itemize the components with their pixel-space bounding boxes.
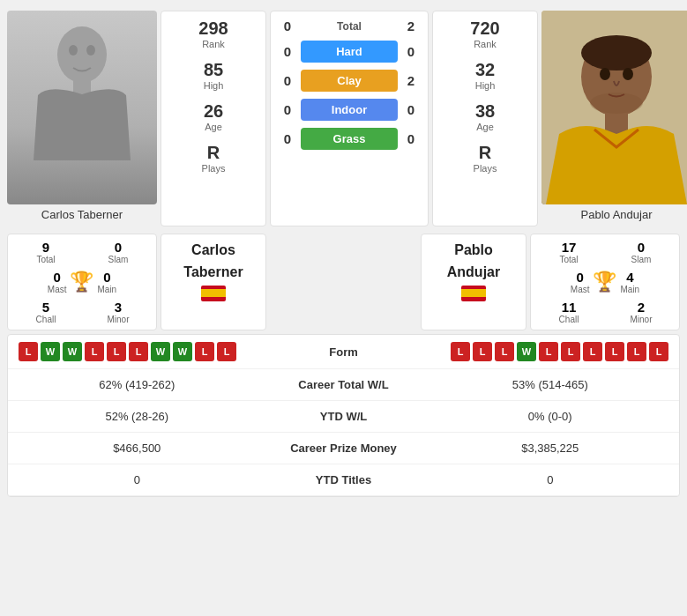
svg-rect-9 <box>605 112 628 134</box>
left-flag <box>201 286 226 301</box>
left-main-val: 0 <box>103 270 110 285</box>
left-player-block: Carlos Taberner <box>7 11 157 226</box>
total-label: Total <box>337 20 362 33</box>
right-chall-cell: 11 Chall <box>534 300 603 324</box>
form-badge-l: L <box>539 342 558 361</box>
right-slam-cell: 0 Slam <box>607 240 676 264</box>
left-mast-cell: 0 Mast <box>48 270 67 294</box>
right-header-card: Pablo Andujar <box>421 234 526 330</box>
right-flag <box>461 286 486 301</box>
form-badge-l: L <box>627 342 646 361</box>
right-mast-val: 0 <box>576 270 583 285</box>
right-player-block: Pablo Andujar <box>541 11 687 226</box>
left-high-label: High <box>204 80 224 91</box>
indoor-button[interactable]: Indoor <box>301 99 398 121</box>
right-career-wl: 53% (514-465) <box>432 378 669 391</box>
svg-point-2 <box>69 45 78 56</box>
center-panel: 0 Total 2 0 Hard 0 0 Clay 2 0 Indoor 0 0 <box>270 11 429 226</box>
left-form-badges: LWWLLLWWLL <box>19 342 291 361</box>
left-player-photo <box>7 11 157 204</box>
left-minor-lbl: Minor <box>107 315 129 324</box>
right-rank-value: 720 <box>470 19 499 39</box>
prize-row: $466,500 Career Prize Money $3,385,225 <box>8 433 679 464</box>
right-minor-lbl: Minor <box>630 315 652 324</box>
right-minor-val: 2 <box>638 300 645 315</box>
left-minor-cell: 3 Minor <box>84 300 153 324</box>
indoor-left: 0 <box>274 102 301 117</box>
left-prize: $466,500 <box>19 442 256 455</box>
left-slam-lbl: Slam <box>108 255 129 264</box>
form-badge-l: L <box>129 342 148 361</box>
left-plays-row: R Plays <box>165 143 262 174</box>
right-prize: $3,385,225 <box>432 442 669 455</box>
left-rank-label: Rank <box>202 39 225 49</box>
form-badge-l: L <box>195 342 214 361</box>
left-player-name-line2: Taberner <box>183 263 243 280</box>
left-rank-row: 298 Rank <box>165 19 262 49</box>
left-total-val: 9 <box>42 240 49 255</box>
left-total-lbl: Total <box>36 255 55 264</box>
left-player-name-line1: Carlos <box>191 241 235 258</box>
left-player-label: Carlos Taberner <box>41 208 123 221</box>
right-age-value: 38 <box>475 101 495 122</box>
left-mast-val: 0 <box>53 270 60 285</box>
svg-point-7 <box>600 68 610 80</box>
center-total-row: 0 Total 2 <box>274 19 424 33</box>
right-total-val: 17 <box>562 240 577 255</box>
grass-right: 0 <box>398 131 424 146</box>
right-player-image <box>541 11 687 204</box>
right-high-row: 32 High <box>437 60 534 91</box>
center-spacer <box>270 234 417 330</box>
career-wl-label: Career Total W/L <box>256 378 432 391</box>
center-indoor-row: 0 Indoor 0 <box>274 99 424 121</box>
hard-left: 0 <box>274 44 301 59</box>
left-name-card: 9 Total 0 Slam 0 Mast 🏆 0 Main <box>7 234 157 330</box>
right-ytd-titles: 0 <box>432 473 669 486</box>
form-badge-w: W <box>63 342 82 361</box>
total-right: 2 <box>398 19 424 33</box>
form-badge-l: L <box>473 342 492 361</box>
right-stats-card: 720 Rank 32 High 38 Age R Plays <box>432 11 538 226</box>
form-badge-l: L <box>583 342 602 361</box>
hard-button[interactable]: Hard <box>301 41 398 63</box>
form-row: LWWLLLWWLL Form LLLWLLLLLL <box>8 335 679 369</box>
right-main-lbl: Main <box>620 285 639 294</box>
total-left: 0 <box>274 19 301 33</box>
left-high-row: 85 High <box>165 60 262 91</box>
clay-left: 0 <box>274 73 301 88</box>
right-high-label: High <box>475 80 496 91</box>
svg-point-3 <box>86 45 95 56</box>
left-chall-val: 5 <box>42 300 49 315</box>
left-high-value: 85 <box>204 60 223 80</box>
form-badge-l: L <box>451 342 470 361</box>
form-badge-w: W <box>151 342 170 361</box>
left-player-silhouette <box>29 19 135 196</box>
left-main-lbl: Main <box>97 285 116 294</box>
bottom-stats: LWWLLLWWLL Form LLLWLLLLLL 62% (419-262)… <box>7 334 680 497</box>
right-slam-lbl: Slam <box>631 255 652 264</box>
left-slam-cell: 0 Slam <box>84 240 153 264</box>
left-minor-val: 3 <box>115 300 122 315</box>
right-main-val: 4 <box>626 270 633 285</box>
right-player-name-line1: Pablo <box>454 241 493 258</box>
indoor-right: 0 <box>398 102 424 117</box>
form-badge-w: W <box>41 342 60 361</box>
grass-button[interactable]: Grass <box>301 128 398 150</box>
ytd-titles-label: YTD Titles <box>256 473 432 486</box>
svg-point-8 <box>623 68 633 80</box>
right-minor-cell: 2 Minor <box>607 300 676 324</box>
right-rank-row: 720 Rank <box>437 19 534 49</box>
svg-point-0 <box>57 26 107 83</box>
clay-button[interactable]: Clay <box>301 70 398 92</box>
form-badge-l: L <box>19 342 38 361</box>
right-name-card: 17 Total 0 Slam 0 Mast 🏆 4 Main <box>530 234 680 330</box>
right-form-badges: LLLWLLLLLL <box>397 342 669 361</box>
left-rank-value: 298 <box>198 19 228 39</box>
form-badge-l: L <box>495 342 514 361</box>
left-age-label: Age <box>205 122 222 132</box>
form-label: Form <box>291 345 397 359</box>
right-slam-val: 0 <box>638 240 645 255</box>
left-career-wl: 62% (419-262) <box>19 378 256 391</box>
prize-label: Career Prize Money <box>256 442 432 455</box>
form-badge-l: L <box>605 342 624 361</box>
